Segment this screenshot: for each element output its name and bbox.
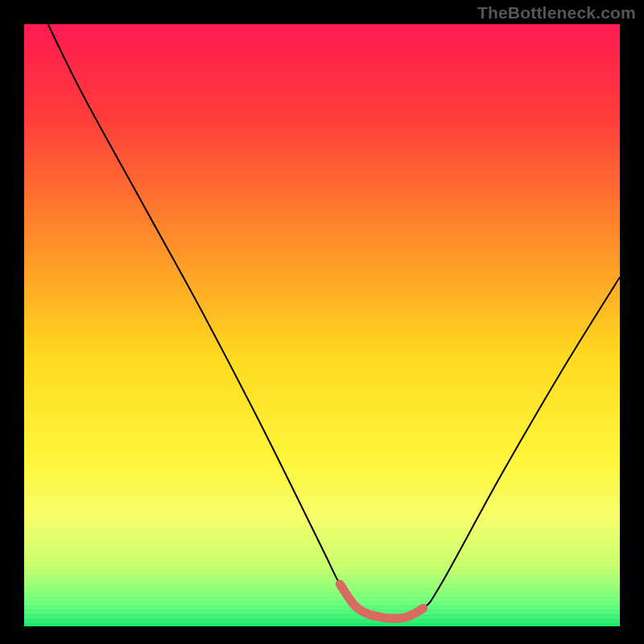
chart-frame: TheBottleneck.com (0, 0, 644, 644)
bottleneck-chart (0, 0, 644, 644)
watermark-text: TheBottleneck.com (477, 3, 636, 23)
gradient-background (24, 24, 620, 626)
